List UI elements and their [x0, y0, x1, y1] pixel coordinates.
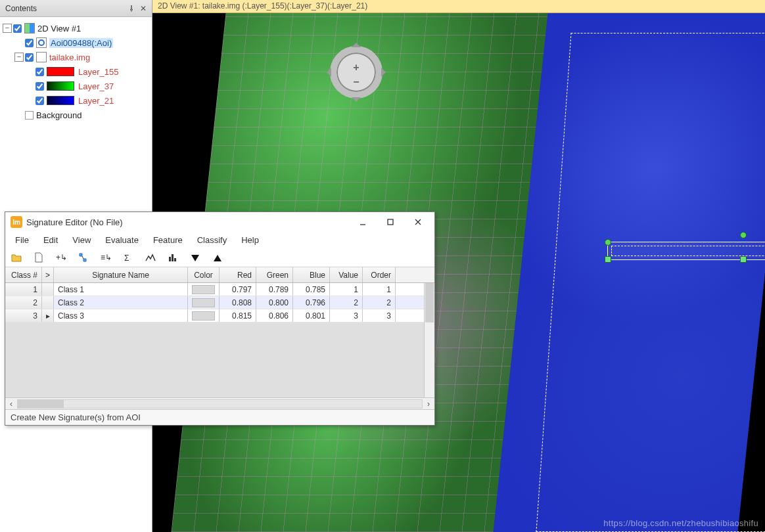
table-row[interactable]: 3 ▸ Class 3 0.815 0.806 0.801 3 3	[5, 309, 434, 322]
layer-checkbox[interactable]	[25, 39, 34, 47]
layer-checkbox-empty[interactable]	[25, 111, 34, 120]
resize-handle[interactable]	[605, 256, 611, 263]
zoom-out-icon[interactable]: −	[353, 76, 359, 88]
col-header-green[interactable]: Green	[256, 267, 293, 282]
col-header-value[interactable]: Value	[330, 267, 363, 282]
pan-east-icon[interactable]	[381, 68, 390, 77]
collapse-icon[interactable]: −	[3, 24, 12, 33]
pin-icon[interactable]	[126, 3, 137, 14]
cell-color[interactable]	[188, 296, 220, 309]
cell-red[interactable]: 0.808	[220, 296, 256, 309]
cell-blue[interactable]: 0.785	[293, 283, 330, 296]
menu-classify[interactable]: Classify	[191, 233, 233, 247]
menu-help[interactable]: Help	[235, 233, 265, 247]
collapse-icon[interactable]: −	[14, 53, 24, 62]
cell-color[interactable]	[188, 283, 220, 296]
layer-checkbox[interactable]	[35, 82, 44, 91]
sig-titlebar[interactable]: Im Signature Editor (No File)	[5, 212, 434, 232]
minimize-button[interactable]	[349, 213, 377, 231]
cell-color[interactable]	[188, 309, 220, 322]
cell-value[interactable]: 1	[330, 283, 363, 296]
resize-handle[interactable]	[740, 256, 747, 263]
cell-order[interactable]: 1	[363, 283, 396, 296]
scroll-right-icon[interactable]: ›	[423, 399, 434, 409]
table-row[interactable]: 1 Class 1 0.797 0.789 0.785 1 1	[5, 283, 434, 296]
scroll-left-icon[interactable]: ‹	[5, 399, 17, 409]
vertical-scrollbar[interactable]	[424, 283, 434, 397]
menu-evaluate[interactable]: Evaluate	[99, 233, 145, 247]
cell-blue[interactable]: 0.796	[293, 296, 330, 309]
signature-grid: Class # > Signature Name Color Red Green…	[5, 267, 434, 409]
close-panel-icon[interactable]: ✕	[137, 3, 149, 14]
cell-order[interactable]: 2	[363, 296, 396, 309]
col-header-name[interactable]: Signature Name	[54, 267, 188, 282]
cell-classnum[interactable]: 3	[5, 309, 42, 322]
down-triangle-icon[interactable]	[188, 250, 202, 265]
menu-view[interactable]: View	[66, 233, 97, 247]
col-header-arrow[interactable]: >	[42, 267, 54, 282]
aoi-selected-rect[interactable]	[607, 242, 765, 260]
contents-title: Contents	[5, 4, 37, 13]
cell-red[interactable]: 0.797	[220, 283, 256, 296]
pan-south-icon[interactable]	[352, 97, 361, 106]
layer-checkbox[interactable]	[13, 24, 22, 33]
mean-plot-icon[interactable]	[143, 250, 158, 265]
histogram-icon[interactable]	[166, 250, 180, 265]
close-button[interactable]	[404, 213, 432, 231]
cell-value[interactable]: 3	[330, 309, 363, 322]
tree-item-layer[interactable]: Layer_21	[3, 93, 149, 108]
scrollbar-thumb[interactable]	[425, 283, 434, 322]
col-header-red[interactable]: Red	[220, 267, 256, 282]
col-header-order[interactable]: Order	[363, 267, 396, 282]
col-header-color[interactable]: Color	[188, 267, 220, 282]
sig-title: Signature Editor (No File)	[26, 217, 123, 227]
view-title-bar: 2D View #1: tailake.img (:Layer_155)(:La…	[152, 0, 765, 13]
cell-green[interactable]: 0.789	[256, 283, 293, 296]
maximize-button[interactable]	[377, 213, 404, 231]
cell-name[interactable]: Class 3	[54, 309, 188, 322]
layer-checkbox[interactable]	[35, 97, 44, 105]
cell-name[interactable]: Class 2	[54, 296, 188, 309]
up-triangle-icon[interactable]	[210, 250, 225, 265]
open-file-icon[interactable]	[9, 250, 24, 265]
tree-item-image[interactable]: − tailake.img	[3, 50, 149, 64]
cell-order[interactable]: 3	[363, 309, 396, 322]
zoom-in-icon[interactable]: +	[353, 62, 359, 74]
pan-west-icon[interactable]	[322, 68, 331, 77]
cell-classnum[interactable]: 1	[5, 283, 42, 296]
cell-classnum[interactable]: 2	[5, 296, 42, 309]
tree-item-layer[interactable]: Layer_155	[3, 64, 149, 79]
scrollbar-track[interactable]	[17, 399, 423, 409]
col-header-blue[interactable]: Blue	[293, 267, 330, 282]
merge-signature-icon[interactable]	[76, 250, 91, 265]
tree-item-background[interactable]: Background	[3, 108, 149, 122]
tree-root-2dview[interactable]: − 2D View #1	[3, 21, 149, 35]
add-signature-icon[interactable]: +↳	[54, 250, 68, 265]
nav-compass[interactable]: + −	[323, 39, 389, 105]
horizontal-scrollbar[interactable]: ‹ ›	[5, 397, 434, 409]
cell-name[interactable]: Class 1	[54, 283, 188, 296]
resize-handle[interactable]	[605, 239, 611, 246]
menu-edit[interactable]: Edit	[37, 233, 64, 247]
tree-item-aoi[interactable]: Aoi009488(:Aoi)	[3, 35, 149, 50]
cell-green[interactable]: 0.800	[256, 296, 293, 309]
new-file-icon[interactable]	[32, 250, 46, 265]
menu-file[interactable]: File	[9, 233, 35, 247]
pan-north-icon[interactable]	[352, 38, 361, 47]
col-header-classnum[interactable]: Class #	[5, 267, 42, 282]
sum-icon[interactable]: Σ	[121, 250, 135, 265]
rotate-handle[interactable]	[740, 232, 747, 238]
replace-signature-icon[interactable]: ≡↳	[99, 250, 113, 265]
tree-item-layer[interactable]: Layer_37	[3, 79, 149, 93]
grid-body: 1 Class 1 0.797 0.789 0.785 1 1 2 Class …	[5, 283, 434, 322]
layer-checkbox[interactable]	[35, 68, 44, 76]
cell-red[interactable]: 0.815	[220, 309, 256, 322]
cell-blue[interactable]: 0.801	[293, 309, 330, 322]
scrollbar-thumb[interactable]	[18, 400, 64, 408]
cell-value[interactable]: 2	[330, 296, 363, 309]
table-row[interactable]: 2 Class 2 0.808 0.800 0.796 2 2	[5, 296, 434, 309]
layer-checkbox[interactable]	[25, 53, 34, 62]
cell-green[interactable]: 0.806	[256, 309, 293, 322]
app-icon: Im	[11, 216, 22, 228]
menu-feature[interactable]: Feature	[147, 233, 189, 247]
